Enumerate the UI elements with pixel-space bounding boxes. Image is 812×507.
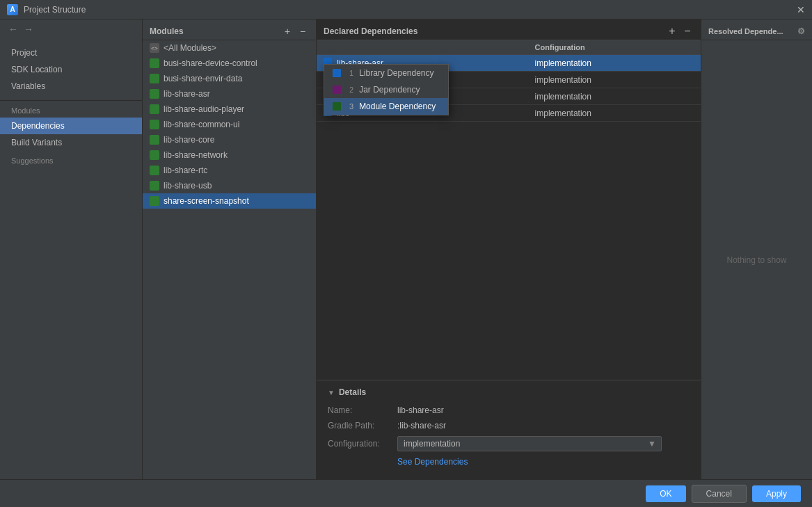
resolved-deps-header: Resolved Depende... ⚙ (701, 19, 812, 40)
nav-arrows: ← → (0, 19, 142, 39)
modules-section-header: Modules (0, 101, 142, 118)
module-item-label: busi-share-device-control (164, 58, 257, 68)
android-icon (150, 166, 159, 175)
module-item-busi-share-device-control[interactable]: busi-share-device-control (143, 56, 316, 71)
module-item-share-screen-snapshot[interactable]: share-screen-snapshot (143, 193, 316, 209)
modules-toolbar: + − (281, 25, 309, 38)
android-icon (150, 104, 159, 114)
dropdown-item-library-dep[interactable]: 1 Library Dependency (324, 65, 448, 81)
nothing-to-show-label: Nothing to show (726, 255, 786, 265)
module-item-label: <All Modules> (164, 43, 216, 53)
dropdown-num-3: 3 (349, 102, 353, 111)
sidebar-nav: Project SDK Location Variables (0, 39, 142, 101)
config-select[interactable]: implementation api compileOnly runtimeOn… (397, 436, 662, 451)
col-dep-name (317, 40, 528, 55)
sidebar-item-sdk-location[interactable]: SDK Location (0, 61, 142, 78)
name-value: lib-share-asr (397, 405, 444, 415)
modules-panel: Modules + − <> <All Modules> busi-share-… (143, 19, 317, 479)
android-icon (150, 135, 159, 145)
module-item-label: lib-share-common-ui (164, 120, 239, 129)
android-icon (150, 181, 159, 191)
declared-deps-panel: Declared Dependencies + − Configuration … (317, 19, 701, 479)
android-icon (150, 74, 159, 83)
module-item-lib-share-core[interactable]: lib-share-core (143, 132, 316, 147)
module-item-busi-share-envir-data[interactable]: busi-share-envir-data (143, 71, 316, 86)
dropdown-num-2: 2 (349, 86, 353, 94)
android-icon (150, 150, 159, 160)
module-item-lib-share-common-ui[interactable]: lib-share-common-ui (143, 117, 316, 132)
remove-dep-button[interactable]: − (681, 25, 694, 38)
modules-panel-header: Modules + − (143, 19, 316, 40)
details-title: Details (339, 387, 366, 397)
dep-config: implementation (528, 55, 701, 72)
config-label: Configuration: (328, 439, 397, 449)
config-select-wrapper: implementation api compileOnly runtimeOn… (397, 436, 662, 451)
sidebar-item-project[interactable]: Project (0, 45, 142, 61)
title-bar: A Project Structure ✕ (0, 0, 812, 19)
android-icon (150, 89, 159, 99)
module-item-label: busi-share-envir-data (164, 74, 242, 83)
all-modules-icon: <> (150, 43, 159, 53)
resolved-deps-title: Resolved Depende... (708, 27, 783, 35)
dropdown-num-1: 1 (349, 69, 353, 77)
main-container: ← → Project SDK Location Variables Modul… (0, 19, 812, 479)
module-item-lib-share-audio-player[interactable]: lib-share-audio-player (143, 102, 316, 117)
module-item-label: share-screen-snapshot (164, 196, 249, 206)
module-item-label: lib-share-network (164, 150, 228, 160)
dep-config: implementation (528, 88, 701, 105)
module-item-lib-share-usb[interactable]: lib-share-usb (143, 178, 316, 193)
module-item-all-modules[interactable]: <> <All Modules> (143, 40, 316, 56)
apply-button[interactable]: Apply (752, 485, 801, 502)
cancel-button[interactable]: Cancel (692, 485, 747, 503)
lib-dropdown-icon (333, 69, 341, 77)
details-header: ▼ Details (328, 387, 690, 397)
dep-config: implementation (528, 72, 701, 88)
window-title: Project Structure (24, 5, 86, 15)
forward-button[interactable]: → (21, 22, 36, 36)
remove-module-button[interactable]: − (296, 25, 309, 38)
modules-panel-title: Modules (150, 26, 184, 36)
module-item-label: lib-share-audio-player (164, 104, 244, 114)
see-dependencies-link[interactable]: See Dependencies (397, 457, 468, 467)
details-gradle-row: Gradle Path: :lib-share-asr (328, 421, 690, 430)
filter-icon[interactable]: ⚙ (797, 26, 805, 36)
bottom-bar: OK Cancel Apply (0, 479, 812, 507)
module-item-lib-share-rtc[interactable]: lib-share-rtc (143, 163, 316, 178)
ok-button[interactable]: OK (646, 485, 685, 502)
dropdown-item-module-dep[interactable]: 3 Module Dependency (324, 98, 448, 115)
declared-deps-title: Declared Dependencies (324, 26, 417, 36)
mod-dropdown-icon (333, 102, 341, 111)
deps-toolbar: + − (666, 25, 694, 38)
col-configuration: Configuration (528, 40, 701, 55)
dep-config: implementation (528, 105, 701, 122)
sidebar-item-variables[interactable]: Variables (0, 78, 142, 95)
suggestions-section-header: Suggestions (0, 151, 142, 168)
sidebar-item-dependencies[interactable]: Dependencies (0, 118, 142, 134)
module-item-lib-share-network[interactable]: lib-share-network (143, 147, 316, 163)
back-button[interactable]: ← (6, 22, 21, 36)
collapse-icon[interactable]: ▼ (328, 389, 335, 396)
module-item-label: lib-share-asr (164, 89, 210, 99)
close-button[interactable]: ✕ (797, 4, 805, 15)
module-item-label: lib-share-usb (164, 181, 212, 191)
see-deps-row: See Dependencies (328, 457, 690, 467)
app-icon: A (7, 4, 18, 15)
declared-deps-header: Declared Dependencies + − (317, 19, 701, 40)
details-config-row: Configuration: implementation api compil… (328, 436, 690, 451)
sidebar-item-build-variants[interactable]: Build Variants (0, 134, 142, 151)
resolved-deps-content: Nothing to show (701, 40, 812, 479)
library-dep-label: Library Dependency (359, 68, 433, 78)
details-section: ▼ Details Name: lib-share-asr Gradle Pat… (317, 380, 701, 479)
gradle-path-value: :lib-share-asr (397, 421, 446, 430)
jar-dropdown-icon (333, 86, 341, 94)
dropdown-item-jar-dep[interactable]: 2 Jar Dependency (324, 81, 448, 98)
resolved-deps-panel: Resolved Depende... ⚙ Nothing to show (701, 19, 812, 479)
android-icon (150, 196, 159, 206)
module-item-lib-share-asr[interactable]: lib-share-asr (143, 86, 316, 102)
add-dep-dropdown: 1 Library Dependency 2 Jar Dependency 3 … (324, 64, 449, 115)
module-item-label: lib-share-rtc (164, 166, 207, 175)
add-module-button[interactable]: + (281, 25, 294, 38)
add-dep-button[interactable]: + (666, 25, 678, 38)
module-item-label: lib-share-core (164, 135, 214, 145)
name-label: Name: (328, 405, 397, 415)
